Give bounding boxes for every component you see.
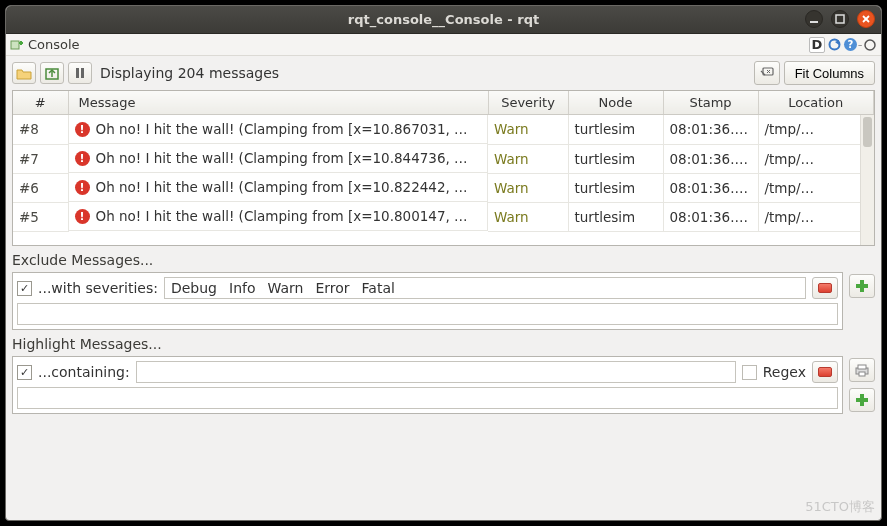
table-scrollbar[interactable]	[860, 115, 874, 245]
highlight-remove-button[interactable]	[812, 361, 838, 383]
warn-icon: !	[75, 151, 90, 166]
svg-text:?: ?	[848, 39, 854, 50]
plugin-add-icon	[10, 38, 24, 52]
cell-stamp: 08:01:36.4…	[663, 144, 758, 173]
highlight-empty-row[interactable]	[17, 387, 838, 409]
cell-node: turtlesim	[568, 115, 663, 145]
help-icon[interactable]: ?	[843, 38, 857, 52]
col-header-location[interactable]: Location	[758, 91, 874, 115]
printer-icon	[854, 363, 870, 377]
highlight-filter-box: ✓ ...containing: Regex	[12, 356, 843, 414]
cell-idx: #7	[13, 144, 68, 173]
col-header-stamp[interactable]: Stamp	[663, 91, 758, 115]
close-dock-icon[interactable]	[863, 38, 877, 52]
severity-option[interactable]: Debug	[171, 280, 217, 296]
regex-label: Regex	[763, 364, 806, 380]
exclude-section-label: Exclude Messages...	[12, 252, 875, 268]
svg-rect-15	[81, 68, 84, 78]
warn-icon: !	[75, 180, 90, 195]
app-window: rqt_console__Console - rqt Console D ? -	[5, 5, 882, 521]
warn-icon: !	[75, 122, 90, 137]
highlight-checkbox[interactable]: ✓	[17, 365, 32, 380]
table-row[interactable]: #6!Oh no! I hit the wall! (Clamping from…	[13, 173, 874, 202]
console-toolbar: Displaying 204 messages Fit Columns	[12, 60, 875, 86]
exclude-remove-button[interactable]	[812, 277, 838, 299]
maximize-button[interactable]	[831, 10, 849, 28]
cell-location: /tmp/…	[758, 173, 874, 202]
exclude-row-label: ...with severities:	[38, 280, 158, 296]
minimize-button[interactable]	[805, 10, 823, 28]
severity-option[interactable]: Warn	[268, 280, 304, 296]
message-table: # Message Severity Node Stamp Location #…	[12, 90, 875, 246]
svg-rect-4	[11, 41, 19, 49]
cell-severity: Warn	[488, 115, 568, 145]
minus-icon	[818, 283, 832, 293]
exclude-checkbox[interactable]: ✓	[17, 281, 32, 296]
svg-point-11	[865, 40, 875, 50]
highlight-section-label: Highlight Messages...	[12, 336, 875, 352]
svg-rect-22	[859, 372, 865, 376]
console-dock-label: Console	[28, 37, 80, 52]
clear-messages-button[interactable]	[754, 61, 780, 85]
col-header-severity[interactable]: Severity	[488, 91, 568, 115]
cell-severity: Warn	[488, 202, 568, 231]
d-icon[interactable]: D	[809, 37, 825, 53]
warn-icon: !	[75, 209, 90, 224]
plus-icon	[856, 280, 868, 292]
reload-icon[interactable]	[827, 38, 841, 52]
plus-icon	[856, 394, 868, 406]
svg-rect-14	[76, 68, 79, 78]
col-header-idx[interactable]: #	[13, 91, 68, 115]
svg-rect-21	[858, 365, 866, 369]
col-header-message[interactable]: Message	[68, 91, 488, 115]
cell-severity: Warn	[488, 144, 568, 173]
severity-option[interactable]: Info	[229, 280, 256, 296]
cell-severity: Warn	[488, 173, 568, 202]
col-header-node[interactable]: Node	[568, 91, 663, 115]
cell-location: /tmp/…	[758, 115, 874, 145]
table-row[interactable]: #5!Oh no! I hit the wall! (Clamping from…	[13, 202, 874, 231]
svg-rect-1	[836, 15, 844, 23]
fit-columns-button[interactable]: Fit Columns	[784, 61, 875, 85]
highlight-row-label: ...containing:	[38, 364, 130, 380]
table-row[interactable]: #8!Oh no! I hit the wall! (Clamping from…	[13, 115, 874, 145]
pause-button[interactable]	[68, 62, 92, 84]
cell-node: turtlesim	[568, 173, 663, 202]
close-button[interactable]	[857, 10, 875, 28]
cell-stamp: 08:01:36.3…	[663, 202, 758, 231]
cell-node: turtlesim	[568, 144, 663, 173]
cell-message: !Oh no! I hit the wall! (Clamping from […	[69, 202, 489, 231]
exclude-empty-row[interactable]	[17, 303, 838, 325]
cell-message: !Oh no! I hit the wall! (Clamping from […	[69, 144, 489, 173]
cell-idx: #5	[13, 202, 68, 231]
message-count-label: Displaying 204 messages	[100, 65, 279, 81]
cell-location: /tmp/…	[758, 202, 874, 231]
exclude-severity-row: ✓ ...with severities: DebugInfoWarnError…	[17, 277, 838, 299]
highlight-text-input[interactable]	[136, 361, 736, 383]
cell-idx: #8	[13, 115, 68, 145]
cell-location: /tmp/…	[758, 144, 874, 173]
highlight-settings-button[interactable]	[849, 358, 875, 382]
window-title: rqt_console__Console - rqt	[6, 12, 881, 27]
table-header-row: # Message Severity Node Stamp Location	[13, 91, 874, 115]
cell-node: turtlesim	[568, 202, 663, 231]
highlight-containing-row: ✓ ...containing: Regex	[17, 361, 838, 383]
severity-selector[interactable]: DebugInfoWarnErrorFatal	[164, 277, 806, 299]
table-row[interactable]: #7!Oh no! I hit the wall! (Clamping from…	[13, 144, 874, 173]
minus-icon	[818, 367, 832, 377]
cell-stamp: 08:01:36.4…	[663, 115, 758, 145]
severity-option[interactable]: Error	[315, 280, 349, 296]
severity-option[interactable]: Fatal	[362, 280, 395, 296]
cell-stamp: 08:01:36.3…	[663, 173, 758, 202]
cell-idx: #6	[13, 173, 68, 202]
svg-rect-0	[810, 21, 818, 23]
exclude-add-button[interactable]	[849, 274, 875, 298]
main-area: Displaying 204 messages Fit Columns # Me…	[6, 56, 881, 520]
save-button[interactable]	[40, 62, 64, 84]
console-dock-tab[interactable]: Console	[10, 37, 80, 52]
open-button[interactable]	[12, 62, 36, 84]
exclude-filter-box: ✓ ...with severities: DebugInfoWarnError…	[12, 272, 843, 330]
window-controls	[805, 10, 875, 28]
highlight-add-button[interactable]	[849, 388, 875, 412]
regex-checkbox[interactable]	[742, 365, 757, 380]
